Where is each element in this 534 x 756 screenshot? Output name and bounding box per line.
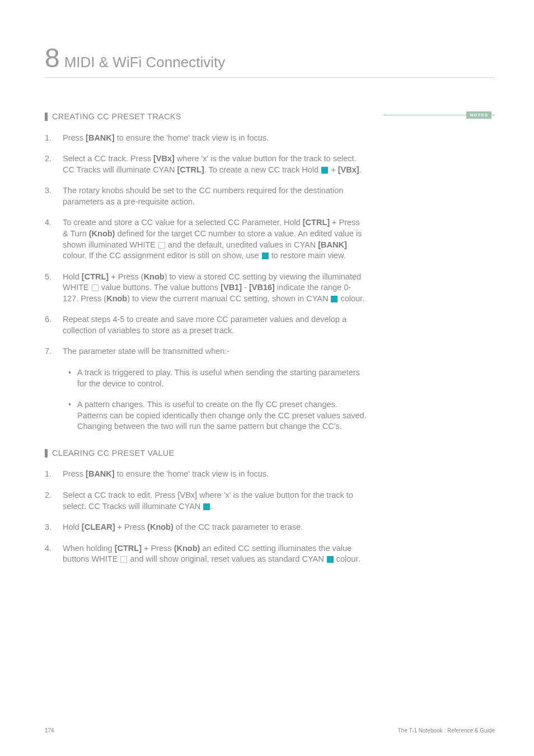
cyan-swatch-icon — [262, 253, 269, 259]
notes-line — [491, 115, 495, 115]
page-number: 174 — [45, 727, 54, 734]
key-label: Knob — [106, 294, 127, 303]
section-title: CLEARING CC PRESET VALUE — [52, 448, 175, 459]
key-label: (Knob) — [89, 229, 115, 238]
chapter-number: 8 — [45, 45, 60, 72]
list-item: Hold [CTRL] + Press (Knob) to view a sto… — [45, 272, 367, 305]
section-header: CREATING CC PRESET TRACKS — [45, 111, 367, 123]
key-label: (Knob) — [174, 544, 200, 553]
list-item: Repeat steps 4-5 to create and save more… — [45, 314, 367, 336]
notes-sidebar: NOTES — [383, 111, 495, 581]
main-content: CREATING CC PRESET TRACKSPress [BANK] to… — [45, 111, 367, 581]
key-label: Knob — [144, 272, 165, 281]
white-swatch-icon — [120, 556, 127, 563]
sub-list: A track is triggered to play. This is us… — [63, 367, 367, 432]
key-label: [VBx] — [338, 165, 359, 174]
key-label: [VB16] — [249, 283, 275, 292]
section-bar-icon — [45, 113, 48, 121]
key-label: [CTRL] — [115, 544, 142, 553]
list-item: The rotary knobs should be set to the CC… — [45, 185, 367, 207]
header-divider — [45, 77, 495, 78]
key-label: [CTRL] — [177, 165, 204, 174]
key-label: [BANK] — [86, 469, 115, 478]
chapter-header: 8 MIDI & WiFi Connectivity — [45, 45, 495, 72]
list-item: Select a CC track. Press [VBx] where 'x'… — [45, 153, 367, 175]
cyan-swatch-icon — [327, 556, 334, 563]
notes-label-container: NOTES — [383, 111, 495, 119]
list-item: Hold [CLEAR] + Press (Knob) of the CC tr… — [45, 522, 367, 533]
section-block: CREATING CC PRESET TRACKSPress [BANK] to… — [45, 111, 367, 432]
white-swatch-icon — [158, 242, 165, 249]
numbered-list: Press [BANK] to ensure the 'home' track … — [45, 469, 367, 564]
list-item: Press [BANK] to ensure the 'home' track … — [45, 469, 367, 480]
content-area: CREATING CC PRESET TRACKSPress [BANK] to… — [45, 111, 495, 581]
list-item: When holding [CTRL] + Press (Knob) an ed… — [45, 543, 367, 565]
list-item: The parameter state will be transmitted … — [45, 346, 367, 432]
section-title: CREATING CC PRESET TRACKS — [52, 111, 181, 123]
cyan-swatch-icon — [321, 167, 328, 174]
key-label: [VBx] — [153, 154, 175, 163]
cyan-swatch-icon — [331, 296, 338, 302]
key-label: [CTRL] — [303, 218, 330, 227]
section-header: CLEARING CC PRESET VALUE — [45, 448, 367, 459]
chapter-title: MIDI & WiFi Connectivity — [64, 54, 226, 71]
sub-list-item: A pattern changes. This is useful to cre… — [63, 399, 367, 432]
page-container: 8 MIDI & WiFi Connectivity CREATING CC P… — [0, 0, 534, 756]
doc-title: The T-1 Notebook : Reference & Guide — [398, 727, 495, 734]
key-label: [BANK] — [318, 240, 347, 249]
page-footer: 174 The T-1 Notebook : Reference & Guide — [45, 727, 495, 734]
key-label: [CLEAR] — [82, 522, 115, 531]
numbered-list: Press [BANK] to ensure the 'home' track … — [45, 133, 367, 432]
cyan-swatch-icon — [203, 503, 210, 510]
list-item: To create and store a CC value for a sel… — [45, 217, 367, 261]
white-swatch-icon — [92, 284, 99, 291]
list-item: Press [BANK] to ensure the 'home' track … — [45, 133, 367, 144]
key-label: [VB1] — [221, 283, 242, 292]
notes-badge: NOTES — [466, 111, 491, 119]
list-item: Select a CC track to edit. Press [VBx] w… — [45, 490, 367, 512]
notes-line — [383, 115, 466, 115]
section-bar-icon — [45, 449, 48, 458]
section-block: CLEARING CC PRESET VALUEPress [BANK] to … — [45, 448, 367, 565]
key-label: (Knob) — [147, 522, 174, 531]
key-label: [CTRL] — [82, 272, 109, 281]
sub-list-item: A track is triggered to play. This is us… — [63, 367, 367, 389]
key-label: [BANK] — [86, 133, 115, 142]
